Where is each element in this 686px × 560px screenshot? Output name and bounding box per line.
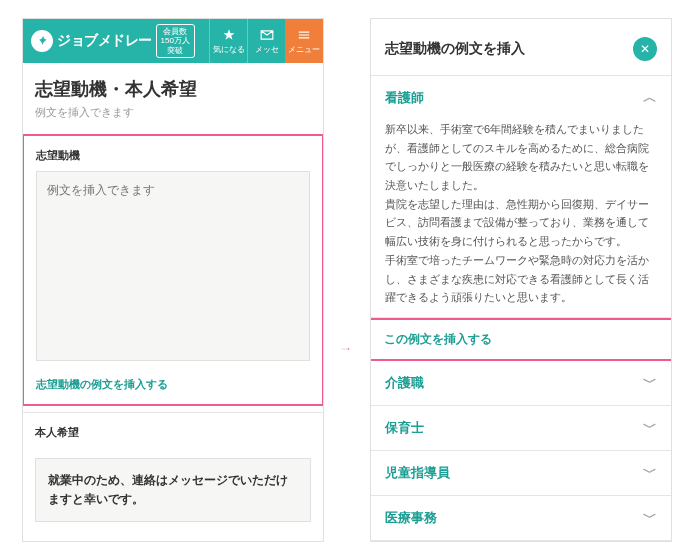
accordion-item: 歯科衛生士 ﹀ <box>371 541 671 542</box>
accordion-item: 児童指導員 ﹀ <box>371 451 671 496</box>
modal-header: 志望動機の例文を挿入 ✕ <box>371 19 671 75</box>
accordion-label: 保育士 <box>385 419 424 437</box>
header-btn-label: メッセ <box>255 44 279 55</box>
page-title: 志望動機・本人希望 <box>35 77 311 101</box>
accordion-header-nurse[interactable]: 看護師 ︿ <box>371 76 671 120</box>
modal-title: 志望動機の例文を挿入 <box>385 40 525 58</box>
menu-button[interactable]: メニュー <box>285 19 323 63</box>
messages-button[interactable]: メッセ <box>247 19 285 63</box>
section-label-preferences: 本人希望 <box>23 413 323 448</box>
motivation-section-highlight: 志望動機 志望動機の例文を挿入する <box>22 134 324 406</box>
badge-line: 突破 <box>161 46 190 56</box>
header-btn-label: メニュー <box>288 44 320 55</box>
accordion-item: 保育士 ﹀ <box>371 406 671 451</box>
insert-this-example-button[interactable]: この例文を挿入する <box>370 318 672 361</box>
insert-example-link[interactable]: 志望動機の例文を挿入する <box>24 365 322 404</box>
close-button[interactable]: ✕ <box>633 37 657 61</box>
member-badge: 会員数 150万人 突破 <box>156 24 195 59</box>
logo-text: ジョブメドレー <box>57 32 152 50</box>
phone-left: ジョブメドレー 会員数 150万人 突破 気になる メッセ メニュー 志望動機・… <box>22 18 324 542</box>
page-body: 志望動機・本人希望 例文を挿入できます <box>23 63 323 120</box>
accordion-header-medical-office[interactable]: 医療事務 ﹀ <box>371 496 671 540</box>
preferences-textarea[interactable]: 就業中のため、連絡はメッセージでいただけますと幸いです。 <box>35 458 311 522</box>
logo-icon <box>31 30 53 52</box>
accordion-label: 児童指導員 <box>385 464 450 482</box>
accordion-label: 看護師 <box>385 89 424 107</box>
app-header: ジョブメドレー 会員数 150万人 突破 気になる メッセ メニュー <box>23 19 323 63</box>
example-body: 新卒以来、手術室で6年間経験を積んでまいりましたが、看護師としてのスキルを高める… <box>371 120 671 317</box>
chevron-down-icon: ﹀ <box>643 509 657 527</box>
header-btn-label: 気になる <box>213 44 245 55</box>
chevron-down-icon: ﹀ <box>643 464 657 482</box>
preferences-section: 本人希望 就業中のため、連絡はメッセージでいただけますと幸いです。 <box>23 412 323 522</box>
badge-line: 150万人 <box>161 36 190 46</box>
page-subtitle: 例文を挿入できます <box>35 105 311 120</box>
star-icon <box>222 28 236 42</box>
section-label-motivation: 志望動機 <box>24 136 322 171</box>
badge-line: 会員数 <box>161 27 190 37</box>
envelope-icon <box>260 28 274 42</box>
logo[interactable]: ジョブメドレー <box>23 19 152 63</box>
accordion-item: 医療事務 ﹀ <box>371 496 671 541</box>
connector-arrow-icon <box>318 348 373 350</box>
chevron-down-icon: ﹀ <box>643 419 657 437</box>
accordion-header-dental[interactable]: 歯科衛生士 ﹀ <box>371 541 671 542</box>
accordion-item-expanded: 看護師 ︿ 新卒以来、手術室で6年間経験を積んでまいりましたが、看護師としてのス… <box>371 76 671 318</box>
chevron-down-icon: ﹀ <box>643 374 657 392</box>
hamburger-icon <box>297 28 311 42</box>
accordion-item: 介護職 ﹀ <box>371 361 671 406</box>
accordion-header-caregiver[interactable]: 介護職 ﹀ <box>371 361 671 405</box>
accordion-label: 医療事務 <box>385 509 437 527</box>
accordion: 看護師 ︿ 新卒以来、手術室で6年間経験を積んでまいりましたが、看護師としてのス… <box>371 75 671 542</box>
phone-right: 志望動機の例文を挿入 ✕ 看護師 ︿ 新卒以来、手術室で6年間経験を積んでまいり… <box>370 18 672 542</box>
svg-marker-1 <box>348 348 349 349</box>
accordion-header-childcare[interactable]: 保育士 ﹀ <box>371 406 671 450</box>
close-icon: ✕ <box>640 42 650 56</box>
accordion-label: 介護職 <box>385 374 424 392</box>
favorites-button[interactable]: 気になる <box>209 19 247 63</box>
chevron-up-icon: ︿ <box>643 89 657 107</box>
motivation-textarea[interactable] <box>36 171 310 361</box>
accordion-header-childguide[interactable]: 児童指導員 ﹀ <box>371 451 671 495</box>
